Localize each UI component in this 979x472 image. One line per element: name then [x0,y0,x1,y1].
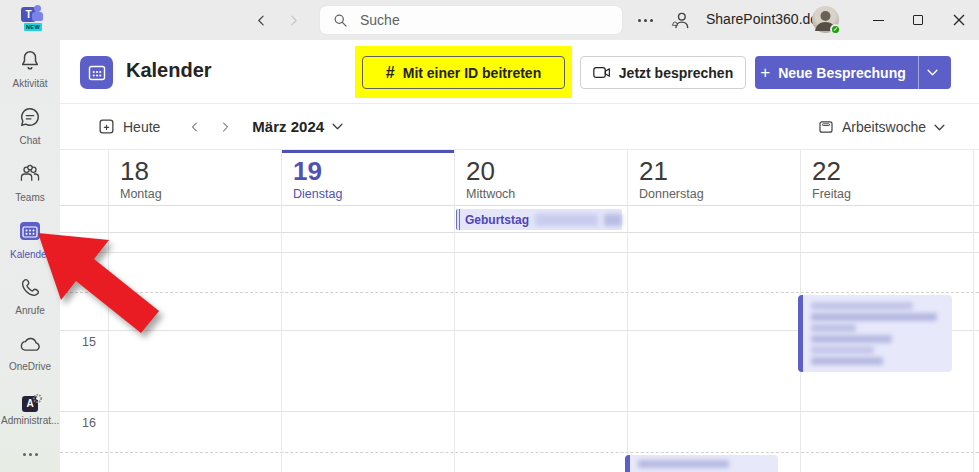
calendar-event-friday[interactable] [798,295,952,372]
redacted-text [811,335,892,343]
sidebar-item-administration[interactable]: A Administrat... [0,382,60,439]
prev-week-icon[interactable] [182,114,208,140]
redacted-text [604,214,622,226]
redacted-text [638,460,729,468]
sidebar-item-chat[interactable]: Chat [0,97,60,154]
day-name: Freitag [812,187,973,201]
view-selector[interactable]: Arbeitswoche [818,104,945,150]
day-number: 20 [466,156,627,186]
avatar[interactable]: ✓ [812,6,839,33]
chevron-down-icon [927,69,938,76]
day-column-header[interactable]: 22 Freitag [800,150,973,205]
calendar-app-icon [80,56,113,89]
grid-line [108,150,109,472]
day-column-header[interactable]: 21 Donnerstag [627,150,800,205]
sidebar-item-label: Aktivität [12,78,47,89]
chevron-down-icon [934,124,945,131]
camera-icon [593,66,611,79]
grid-line [60,232,979,233]
day-column-header-today[interactable]: 19 Dienstag [281,150,454,205]
day-number: 18 [120,156,281,186]
join-with-id-label: Mit einer ID beitreten [403,65,541,81]
redacted-text [811,313,937,321]
user-notifications-icon[interactable] [668,8,694,32]
cloud-icon [18,336,42,358]
day-name: Montag [120,187,281,201]
grid-line [281,150,282,472]
gear-icon [32,393,43,404]
redacted-text [535,214,598,226]
today-icon [98,118,115,135]
sidebar-item-label: Chat [19,135,40,146]
redacted-text [811,302,913,310]
workweek-view-icon [818,119,834,135]
day-column-header[interactable]: 20 Mittwoch [454,150,627,205]
nav-back-icon[interactable] [250,10,272,30]
hash-icon: # [386,64,395,82]
more-options-icon[interactable] [633,11,657,29]
close-button[interactable] [938,0,979,40]
day-number: 22 [812,156,973,186]
teams-logo-icon[interactable]: T NEW [18,5,48,35]
meet-now-button[interactable]: Jetzt besprechen [580,56,746,89]
minimize-button[interactable] [858,0,898,40]
month-picker[interactable]: März 2024 [252,118,343,135]
page-header: Kalender # Mit einer ID beitreten Jetzt … [60,40,979,104]
sidebar-item-teams[interactable]: Teams [0,154,60,211]
close-icon [953,14,965,26]
grid-line [60,292,979,293]
today-button[interactable]: Heute [98,118,160,135]
chat-icon [19,106,41,132]
today-label: Heute [123,119,160,135]
new-meeting-label: Neue Besprechung [778,65,906,81]
meet-now-label: Jetzt besprechen [619,65,733,81]
chevron-down-icon [332,123,343,130]
window-titlebar: T NEW SharePoint360.de ✓ [0,0,979,40]
all-day-event-geburtstag[interactable]: Geburtstag [456,209,622,230]
plus-icon: + [760,63,770,83]
app-sidebar: Aktivität Chat Teams Kalender Anrufe One… [0,40,60,472]
day-name: Mittwoch [466,187,627,201]
calendar-event-thursday[interactable] [625,455,778,472]
teams-logo-person-head [34,5,41,12]
time-label: 15 [60,335,96,349]
grid-line [60,411,979,412]
minimize-icon [873,20,884,21]
sidebar-item-label: OneDrive [9,361,51,372]
search-input[interactable] [358,11,588,29]
sidebar-item-label: Anrufe [15,305,44,316]
account-name[interactable]: SharePoint360.de [706,11,818,27]
presence-available-icon: ✓ [830,24,841,35]
day-column-header[interactable]: 18 Montag [108,150,281,205]
teams-icon [18,163,42,189]
calendar-toolbar: Heute März 2024 Arbeitswoche [60,104,979,150]
sidebar-item-anrufe[interactable]: Anrufe [0,268,60,325]
sidebar-item-kalender[interactable]: Kalender [0,211,60,268]
maximize-button[interactable] [898,0,938,40]
redacted-text [811,346,874,354]
sidebar-item-label: Kalender [10,249,50,260]
page-title: Kalender [126,59,212,82]
next-week-icon[interactable] [212,114,238,140]
join-with-id-button[interactable]: # Mit einer ID beitreten [362,56,565,89]
grid-line [627,150,628,472]
sidebar-item-aktivitaet[interactable]: Aktivität [0,40,60,97]
sidebar-item-label: Teams [15,192,44,203]
grid-line [60,252,979,253]
search-bar[interactable] [320,6,622,34]
nav-forward-icon[interactable] [282,10,304,30]
sidebar-item-label: Administrat... [1,415,59,426]
day-name: Donnerstag [639,187,800,201]
new-meeting-dropdown[interactable] [918,56,946,89]
grid-line [973,150,974,472]
more-apps-icon[interactable] [0,439,60,469]
new-meeting-button[interactable]: + Neue Besprechung [755,56,951,89]
grid-line [454,150,455,472]
view-selector-label: Arbeitswoche [842,119,926,135]
redacted-text [811,357,883,365]
sidebar-item-onedrive[interactable]: OneDrive [0,325,60,382]
time-label: 16 [60,416,96,430]
event-title: Geburtstag [465,213,529,227]
month-label: März 2024 [252,118,324,135]
calendar-icon [18,220,42,246]
